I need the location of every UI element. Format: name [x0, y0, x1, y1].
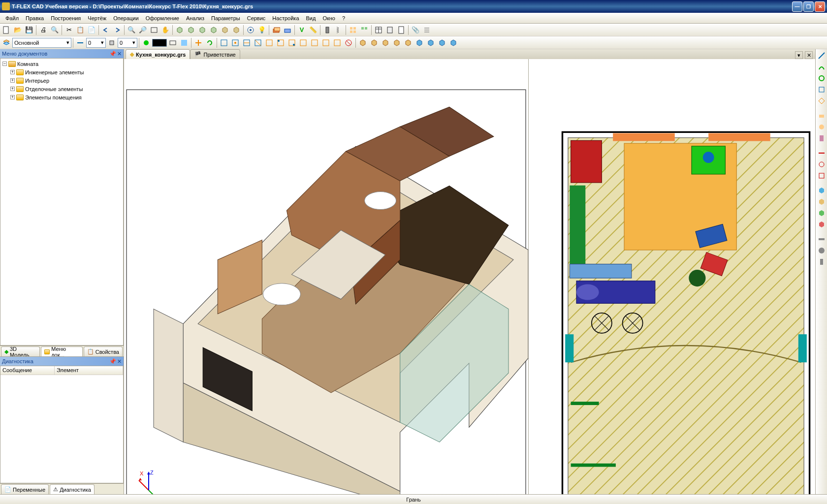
box-2-icon[interactable] — [369, 37, 380, 48]
snap-5-icon[interactable] — [264, 37, 275, 48]
menu-design[interactable]: Оформление — [142, 14, 183, 22]
color-icon[interactable] — [141, 37, 152, 48]
layers-icon[interactable] — [1, 37, 12, 48]
rt-5-icon[interactable] — [816, 95, 827, 106]
snap-2-icon[interactable] — [230, 37, 241, 48]
menu-service[interactable]: Сервис — [244, 14, 269, 22]
hatch-icon[interactable] — [179, 37, 190, 48]
pin-icon[interactable]: 📌 — [109, 358, 116, 365]
rt-2-icon[interactable] — [816, 62, 827, 72]
box-1-icon[interactable] — [357, 37, 368, 48]
list-icon[interactable] — [421, 25, 432, 35]
measure-icon[interactable]: 📏 — [308, 25, 318, 35]
snap-10-icon[interactable] — [320, 37, 331, 48]
var-icon[interactable]: V — [296, 25, 307, 35]
rt-14-icon[interactable] — [816, 208, 827, 219]
tab-close-icon[interactable]: ✕ — [805, 51, 813, 59]
rt-12-icon[interactable] — [816, 185, 827, 196]
box-5-icon[interactable] — [403, 37, 414, 48]
rt-7-icon[interactable] — [816, 122, 827, 132]
box-9-icon[interactable] — [448, 37, 459, 48]
rt-8-icon[interactable] — [816, 133, 827, 144]
menu-settings[interactable]: Настройка — [269, 14, 302, 22]
tree-item[interactable]: +Элементы помещения — [1, 93, 122, 101]
spinner-1[interactable]: 0▾ — [86, 38, 106, 48]
snap-1-icon[interactable] — [219, 37, 229, 48]
print-icon[interactable]: 🖨 — [38, 25, 49, 35]
snap-7-icon[interactable] — [286, 37, 297, 48]
menu-constructions[interactable]: Построения — [47, 14, 84, 22]
linetype-icon[interactable] — [167, 37, 178, 48]
maximize-button[interactable]: ❐ — [803, 1, 814, 12]
save-icon[interactable]: 💾 — [24, 25, 34, 35]
rt-4-icon[interactable] — [816, 84, 827, 95]
undo-icon[interactable] — [100, 25, 111, 35]
snap-8-icon[interactable] — [298, 37, 309, 48]
zoom-fit-icon[interactable] — [149, 25, 159, 35]
menu-operations[interactable]: Операции — [110, 14, 142, 22]
zoom-in-icon[interactable]: 🔍 — [126, 25, 137, 35]
menu-edit[interactable]: Правка — [22, 14, 47, 22]
menu-help[interactable]: ? — [339, 14, 349, 22]
grid2-icon[interactable] — [359, 25, 370, 35]
rotate-icon[interactable] — [204, 37, 215, 48]
box-6-icon[interactable] — [414, 37, 425, 48]
tab-list-icon[interactable]: ▾ — [795, 51, 803, 59]
tab-properties[interactable]: 📋Свойства — [84, 346, 123, 356]
rt-1-icon[interactable] — [816, 50, 827, 61]
menu-view[interactable]: Вид — [303, 14, 319, 22]
doc-tab-welcome[interactable]: 🏴Приветствие — [190, 49, 240, 59]
paste-icon[interactable]: 📄 — [86, 25, 97, 35]
panel-close-icon[interactable]: ✕ — [117, 358, 122, 365]
tree-item[interactable]: +Интерьер — [1, 76, 122, 85]
new-icon[interactable] — [1, 25, 12, 35]
document-tree[interactable]: −Комната +Инженерные элементы +Интерьер … — [0, 58, 124, 346]
open-icon[interactable]: 📂 — [12, 25, 23, 35]
view-4-icon[interactable] — [208, 25, 219, 35]
view-6-icon[interactable] — [231, 25, 242, 35]
box-3-icon[interactable] — [380, 37, 391, 48]
bolt-icon[interactable] — [322, 25, 333, 35]
box-4-icon[interactable] — [391, 37, 402, 48]
minimize-button[interactable]: — — [792, 1, 802, 12]
view-3-icon[interactable] — [197, 25, 208, 35]
doc-tab-active[interactable]: ◆Кухня_конкурс.grs — [126, 49, 190, 59]
spinner-2[interactable]: 0▾ — [118, 38, 137, 48]
pan-icon[interactable]: ✋ — [160, 25, 171, 35]
snap-3-icon[interactable] — [241, 37, 252, 48]
diag-col-message[interactable]: Сообщение — [0, 366, 55, 375]
menu-file[interactable]: Файл — [2, 14, 22, 22]
snap-11-icon[interactable] — [332, 37, 343, 48]
table-icon[interactable] — [373, 25, 384, 35]
copy-icon[interactable]: 📋 — [75, 25, 86, 35]
layer-combo[interactable]: Основной▾ — [12, 38, 71, 48]
close-button[interactable]: ✕ — [815, 1, 825, 12]
box-8-icon[interactable] — [437, 37, 447, 48]
snap-off-icon[interactable] — [343, 37, 354, 48]
doc-icon[interactable] — [396, 25, 407, 35]
view-2-icon[interactable] — [186, 25, 196, 35]
level-icon[interactable] — [75, 37, 86, 48]
pin-icon[interactable]: 📌 — [109, 51, 116, 57]
tab-doc-menu[interactable]: Меню док... — [41, 346, 83, 356]
tree-root[interactable]: −Комната — [1, 60, 122, 68]
diag-col-element[interactable]: Элемент — [55, 366, 123, 375]
light-icon[interactable]: 💡 — [256, 25, 267, 35]
cut-icon[interactable]: ✂ — [64, 25, 74, 35]
rt-6-icon[interactable] — [816, 110, 827, 121]
attach-icon[interactable]: 📎 — [410, 25, 421, 35]
rt-10-icon[interactable] — [816, 159, 827, 170]
tab-diagnostics[interactable]: ⚠Диагностика — [50, 484, 95, 494]
rt-3-icon[interactable] — [816, 73, 827, 84]
tab-3d-model[interactable]: ◆3D Модель — [1, 346, 40, 356]
rt-13-icon[interactable] — [816, 196, 827, 207]
menu-window[interactable]: Окно — [319, 14, 339, 22]
priority-icon[interactable] — [106, 37, 117, 48]
menu-analysis[interactable]: Анализ — [183, 14, 208, 22]
tab-variables[interactable]: 📄Переменные — [1, 484, 49, 494]
layer-icon[interactable] — [271, 25, 282, 35]
box-7-icon[interactable] — [425, 37, 436, 48]
panel-close-icon[interactable]: ✕ — [117, 51, 122, 57]
zoom-out-icon[interactable]: 🔎 — [137, 25, 148, 35]
spring-icon[interactable] — [333, 25, 344, 35]
